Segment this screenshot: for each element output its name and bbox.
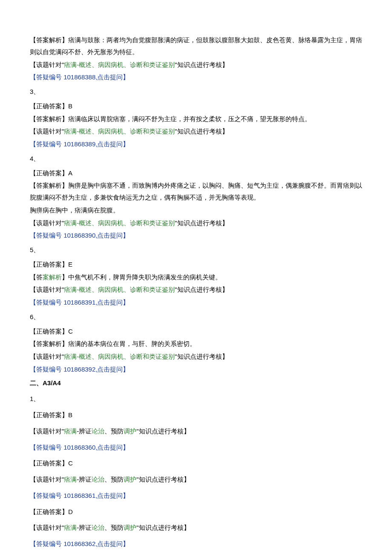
analysis-text: 痞满与鼓胀：两者均为自觉腹部胀满的病证，但鼓胀以腹部胀大如鼓、皮色苍黄、脉络暴露… xyxy=(30,36,362,55)
answer-link[interactable]: 【答疑编号 101868392,点击提问】 xyxy=(30,363,362,375)
link-text[interactable]: 【答疑编号 101868390,点击提问】 xyxy=(30,232,129,239)
note-g3: 调护 xyxy=(124,427,136,435)
answer-link[interactable]: 【答疑编号 101868391,点击提问】 xyxy=(30,296,362,308)
question-number: 5、 xyxy=(30,244,362,256)
correct-value: B xyxy=(68,411,72,418)
analysis-text: 胸痹是胸中病塞不通，而致胸博内外疼痛之证，以胸闷、胸痛、短气为主症，偶兼腕腹不舒… xyxy=(30,182,362,201)
note-suffix: "知识点进行考核】 xyxy=(175,286,228,293)
note-g2: 论治 xyxy=(92,524,104,531)
analysis-p2: 】中焦气机不利，脾胃升降失职为痞满发生的病机关键。 xyxy=(62,273,222,281)
note-g3: 调护 xyxy=(124,476,136,483)
question-number: 4、 xyxy=(30,153,362,165)
correct-value: B xyxy=(68,102,72,110)
note-prefix: 【该题针对" xyxy=(30,219,64,227)
answer-link[interactable]: 【答疑编号 101868388,点击提问】 xyxy=(30,71,362,83)
correct-value: A xyxy=(68,169,72,177)
answer-link[interactable]: 【答疑编号 101868360,点击提问】 xyxy=(30,442,362,453)
note-suffix: "知识点进行考核】 xyxy=(175,353,228,360)
knowledge-note: 【该题针对"痞满-辨证论治、预防调护"知识点进行考核】 xyxy=(30,474,362,485)
correct-answer: 【正确答案】D xyxy=(30,506,362,518)
correct-label: 【正确答案】 xyxy=(30,328,68,335)
answer-analysis: 【答案解析】痞满临床以胃脘痞塞，满闷不舒为主症，并有按之柔软，压之不痛，望无胀形… xyxy=(30,113,362,125)
correct-answer: 【正确答案】A xyxy=(30,167,362,179)
note-b1: -辨证 xyxy=(77,524,92,531)
note-suffix: "知识点进行考核】 xyxy=(136,476,190,483)
analysis-line2: 胸痹病在胸中，痞满病在脘腹。 xyxy=(30,204,362,216)
knowledge-note: 【该题针对"痞满-概述、病因病机、诊断和类证鉴别"知识点进行考核】 xyxy=(30,125,362,137)
answer-link[interactable]: 【答疑编号 101868390,点击提问】 xyxy=(30,230,362,241)
correct-label: 【正确答案】 xyxy=(30,411,68,418)
analysis-label: 【答案解析】 xyxy=(30,182,68,189)
analysis-label: 【答案解析】 xyxy=(30,340,68,347)
analysis-text: 痞满的基本病位在胃，与肝、脾的关系密切。 xyxy=(68,340,196,347)
note-prefix: 【该题针对" xyxy=(30,524,64,531)
correct-answer: 【正确答案】B xyxy=(30,100,362,112)
analysis-text: 胸痹病在胸中，痞满病在脘腹。 xyxy=(30,206,119,214)
note-b1: -辨证 xyxy=(77,427,92,435)
note-g1: 痞满 xyxy=(64,476,77,483)
note-topic: 痞满-概述、病因病机、诊断和类证鉴别 xyxy=(64,61,175,68)
link-text[interactable]: 【答疑编号 101868389,点击提问】 xyxy=(30,140,129,148)
link-text[interactable]: 【答疑编号 101868361,点击提问】 xyxy=(30,492,129,499)
note-suffix: "知识点进行考核】 xyxy=(175,128,228,135)
correct-label: 【正确答案】 xyxy=(30,508,68,515)
note-suffix: "知识点进行考核】 xyxy=(175,61,228,68)
section-heading: 二、A3/A4 xyxy=(30,377,362,389)
correct-value: E xyxy=(68,261,72,268)
correct-value: C xyxy=(68,459,73,467)
correct-label: 【正确答案】 xyxy=(30,261,68,268)
correct-value: C xyxy=(68,328,73,335)
note-suffix: "知识点进行考核】 xyxy=(136,427,190,435)
knowledge-note: 【该题针对"痞满-辨证论治、预防调护"知识点进行考核】 xyxy=(30,522,362,534)
note-prefix: 【该题针对" xyxy=(30,353,64,360)
note-g2: 论治 xyxy=(92,476,104,483)
note-topic: 痞满-概述、病因病机、诊断和类证鉴别 xyxy=(64,286,175,293)
correct-label: 【正确答案】 xyxy=(30,459,68,467)
note-prefix: 【该题针对" xyxy=(30,286,64,293)
answer-analysis: 【答案解析】痞满与鼓胀：两者均为自觉腹部胀满的病证，但鼓胀以腹部胀大如鼓、皮色苍… xyxy=(30,34,362,58)
knowledge-note: 【该题针对"痞满-辨证论治、预防调护"知识点进行考核】 xyxy=(30,425,362,437)
correct-label: 【正确答案】 xyxy=(30,169,68,177)
link-text[interactable]: 【答疑编号 101868392,点击提问】 xyxy=(30,366,129,373)
note-suffix: "知识点进行考核】 xyxy=(175,219,228,227)
answer-analysis: 【答案解析】中焦气机不利，脾胃升降失职为痞满发生的病机关键。 xyxy=(30,271,362,283)
analysis-g1: 案解析 xyxy=(43,273,62,281)
correct-answer: 【正确答案】C xyxy=(30,457,362,469)
link-text[interactable]: 【答疑编号 101868362,点击提问】 xyxy=(30,540,129,547)
link-text[interactable]: 【答疑编号 101868391,点击提问】 xyxy=(30,299,129,306)
note-b1: -辨证 xyxy=(77,476,92,483)
question-number: 6、 xyxy=(30,311,362,323)
note-prefix: 【该题针对" xyxy=(30,427,64,435)
correct-answer: 【正确答案】E xyxy=(30,259,362,270)
answer-link[interactable]: 【答疑编号 101868389,点击提问】 xyxy=(30,138,362,150)
note-b2: 、预防 xyxy=(104,524,124,531)
answer-analysis: 【答案解析】胸痹是胸中病塞不通，而致胸博内外疼痛之证，以胸闷、胸痛、短气为主症，… xyxy=(30,180,362,203)
note-g1: 痞满 xyxy=(64,524,77,531)
question-number: 3、 xyxy=(30,86,362,98)
correct-value: D xyxy=(68,508,73,515)
note-prefix: 【该题针对" xyxy=(30,61,64,68)
note-suffix: "知识点进行考核】 xyxy=(136,524,190,531)
link-text[interactable]: 【答疑编号 101868388,点击提问】 xyxy=(30,73,129,81)
knowledge-note: 【该题针对"痞满-概述、病因病机、诊断和类证鉴别"知识点进行考核】 xyxy=(30,217,362,229)
knowledge-note: 【该题针对"痞满-概述、病因病机、诊断和类证鉴别"知识点进行考核】 xyxy=(30,351,362,363)
correct-label: 【正确答案】 xyxy=(30,102,68,110)
note-g3: 调护 xyxy=(124,524,136,531)
link-text[interactable]: 【答疑编号 101868360,点击提问】 xyxy=(30,444,129,451)
analysis-p1: 【答 xyxy=(30,273,43,281)
correct-answer: 【正确答案】B xyxy=(30,409,362,421)
answer-analysis: 【答案解析】痞满的基本病位在胃，与肝、脾的关系密切。 xyxy=(30,338,362,350)
answer-link[interactable]: 【答疑编号 101868361,点击提问】 xyxy=(30,490,362,502)
note-prefix: 【该题针对" xyxy=(30,476,64,483)
note-topic: 痞满-概述、病因病机、诊断和类证鉴别 xyxy=(64,353,175,360)
analysis-label: 【答案解析】 xyxy=(30,36,68,44)
correct-answer: 【正确答案】C xyxy=(30,325,362,337)
note-g2: 论治 xyxy=(92,427,104,435)
knowledge-note: 【该题针对"痞满-概述、病因病机、诊断和类证鉴别"知识点进行考核】 xyxy=(30,59,362,71)
note-topic: 痞满-概述、病因病机、诊断和类证鉴别 xyxy=(64,128,175,135)
answer-link[interactable]: 【答疑编号 101868362,点击提问】 xyxy=(30,538,362,550)
analysis-text: 痞满临床以胃脘痞塞，满闷不舒为主症，并有按之柔软，压之不痛，望无胀形的特点。 xyxy=(68,115,311,122)
question-number: 1、 xyxy=(30,393,362,405)
note-prefix: 【该题针对" xyxy=(30,128,64,135)
note-b2: 、预防 xyxy=(104,476,124,483)
